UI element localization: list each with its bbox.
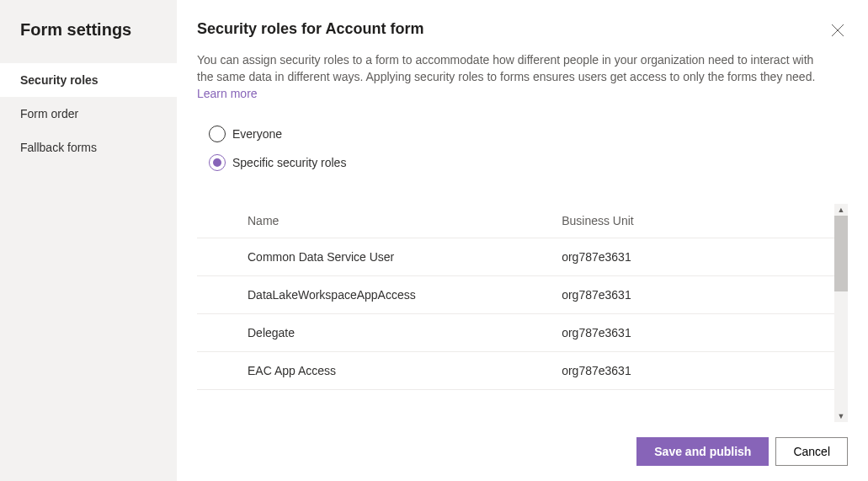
sidebar-item-form-order[interactable]: Form order (0, 97, 177, 131)
radio-label: Everyone (232, 127, 282, 141)
learn-more-link[interactable]: Learn more (197, 87, 258, 100)
main-panel: Security roles for Account form You can … (177, 0, 868, 481)
roles-table: Name Business Unit Common Data Service U… (197, 204, 848, 390)
scrollbar-thumb[interactable] (834, 216, 848, 291)
main-header: Security roles for Account form (197, 20, 848, 51)
cancel-button[interactable]: Cancel (775, 437, 848, 466)
sidebar-item-label: Fallback forms (20, 141, 97, 154)
sidebar-item-security-roles[interactable]: Security roles (0, 63, 177, 97)
sidebar-item-fallback-forms[interactable]: Fallback forms (0, 131, 177, 164)
table-row[interactable]: DataLakeWorkspaceAppAccess org787e3631 (197, 276, 848, 314)
radio-circle-icon (209, 126, 226, 142)
description-body: You can assign security roles to a form … (197, 53, 815, 83)
cell-unit: org787e3631 (555, 352, 848, 390)
radio-label: Specific security roles (232, 156, 346, 169)
table-scroll[interactable]: Name Business Unit Common Data Service U… (197, 204, 848, 410)
cell-name: Common Data Service User (197, 238, 555, 276)
table-row[interactable]: Delegate org787e3631 (197, 314, 848, 352)
header-business-unit[interactable]: Business Unit (555, 204, 848, 238)
cell-name: EAC App Access (197, 352, 555, 390)
cell-unit: org787e3631 (555, 238, 848, 276)
cell-unit: org787e3631 (555, 276, 848, 314)
footer: Save and publish Cancel (197, 422, 848, 481)
sidebar-item-label: Security roles (20, 73, 99, 87)
page-title: Security roles for Account form (197, 20, 423, 38)
description-text: You can assign security roles to a form … (197, 51, 848, 102)
save-and-publish-button[interactable]: Save and publish (636, 437, 769, 466)
radio-specific-security-roles[interactable]: Specific security roles (209, 154, 848, 171)
sidebar: Form settings Security roles Form order … (0, 0, 177, 481)
close-icon (831, 24, 844, 37)
sidebar-item-label: Form order (20, 107, 78, 120)
radio-circle-icon (209, 154, 226, 171)
table-row[interactable]: Common Data Service User org787e3631 (197, 238, 848, 276)
table-row[interactable]: EAC App Access org787e3631 (197, 352, 848, 390)
scroll-down-icon[interactable]: ▼ (834, 410, 848, 422)
sidebar-title: Form settings (0, 20, 177, 63)
roles-table-container: ▲ ▼ Name Business Unit Common Data Servi… (197, 203, 848, 422)
radio-group: Everyone Specific security roles (197, 126, 848, 183)
radio-everyone[interactable]: Everyone (209, 126, 848, 142)
cell-name: DataLakeWorkspaceAppAccess (197, 276, 555, 314)
scroll-up-icon[interactable]: ▲ (834, 204, 848, 216)
cell-name: Delegate (197, 314, 555, 352)
scrollbar-track[interactable]: ▲ ▼ (834, 204, 848, 422)
radio-dot-icon (213, 158, 221, 167)
close-button[interactable] (828, 20, 848, 40)
cell-unit: org787e3631 (555, 314, 848, 352)
header-name[interactable]: Name (197, 204, 555, 238)
